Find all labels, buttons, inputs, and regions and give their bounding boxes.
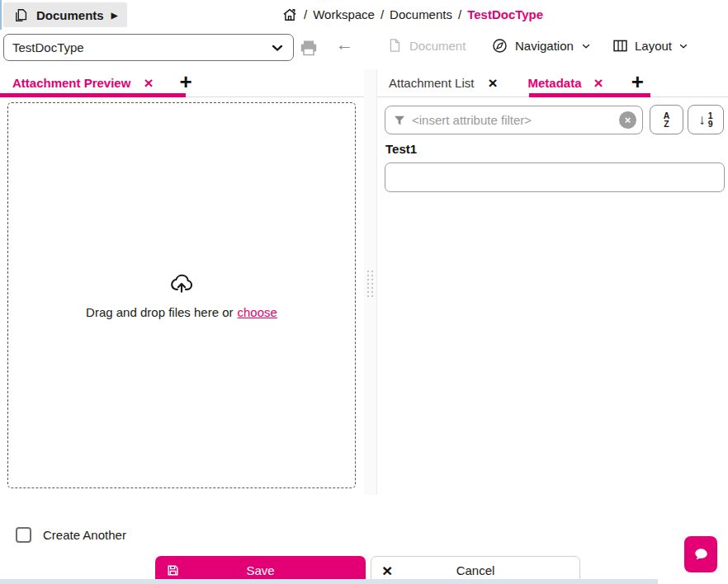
add-tab-button[interactable]: + [178,71,194,96]
document-button-label: Document [409,39,466,53]
field-test1-label: Test1 [385,142,417,156]
cancel-button-label: Cancel [456,563,495,577]
tab-attachment-list-label: Attachment List [389,76,474,90]
back-arrow-icon: ← [336,35,353,54]
navigation-menu-label: Navigation [515,39,574,53]
documents-menu-button[interactable]: Documents ▶ [3,2,127,27]
create-another-label: Create Another [43,528,126,542]
breadcrumb-item-workspace[interactable]: Workspace [313,7,375,21]
panel-divider [364,69,377,495]
compass-icon [491,37,508,54]
breadcrumb: / Workspace / Documents / TestDocType [281,0,543,29]
layout-menu-label: Layout [635,39,672,53]
home-icon[interactable] [281,7,298,23]
tab-metadata[interactable]: Metadata × [528,75,603,91]
save-button-label: Save [246,563,274,577]
tab-attachment-preview[interactable]: Attachment Preview × [12,75,154,91]
close-tab-icon[interactable]: × [144,75,153,91]
doctype-select[interactable]: TestDocType [3,34,294,61]
tab-metadata-label: Metadata [528,76,582,90]
cancel-x-icon: × [382,562,392,579]
printer-icon [299,38,319,58]
caret-right-icon: ▶ [111,11,118,20]
print-button[interactable] [299,38,319,58]
breadcrumb-item-documents[interactable]: Documents [390,7,452,21]
file-dropzone[interactable]: Drag and drop files here or choose [7,102,356,488]
upload-cloud-icon [167,271,196,298]
close-tab-icon[interactable]: × [594,75,603,91]
documents-menu-label: Documents [36,8,104,22]
breadcrumb-separator: / [304,7,307,21]
document-button[interactable]: Document [386,37,466,54]
create-another-checkbox[interactable] [16,527,31,543]
layout-columns-icon [612,37,629,54]
tab-attachment-preview-label: Attachment Preview [12,76,130,90]
sort-numeric-button[interactable]: ↓ 1 9 [688,105,724,134]
breadcrumb-separator: / [458,7,461,21]
breadcrumb-current: TestDocType [467,7,543,21]
dropzone-text: Drag and drop files here or choose [86,305,277,319]
sort-alphabetical-button[interactable]: A Z [650,105,683,134]
chat-bubble-icon [692,545,710,563]
attribute-filter-box: × [385,106,643,134]
filter-funnel-icon [393,114,406,127]
chevron-down-icon [580,40,592,52]
file-icon [386,37,403,54]
documents-copy-icon [13,7,29,23]
navigation-menu-button[interactable]: Navigation [491,37,592,54]
tab-attachment-list[interactable]: Attachment List × [389,75,498,91]
chevron-down-icon [269,40,286,56]
save-floppy-icon [166,563,180,577]
left-panel-tabbar: Attachment Preview × + [0,69,364,97]
doctype-select-value: TestDocType [12,40,84,54]
attribute-filter-input[interactable] [412,113,613,127]
breadcrumb-separator: / [381,7,384,21]
bottom-panel-edge [0,579,658,584]
active-tab-underline [0,93,186,97]
right-panel-tabbar: Attachment List × Metadata × + [377,69,728,97]
sort-az-icon: A Z [664,111,670,128]
back-button[interactable]: ← [336,35,353,54]
active-tab-underline [529,93,650,97]
divider-drag-handle[interactable] [367,271,374,297]
chevron-down-icon [678,40,689,52]
close-tab-icon[interactable]: × [488,75,497,91]
sort-19-icon: 1 9 [708,111,713,128]
dropzone-text-label: Drag and drop files here or [86,305,233,319]
sort-arrow-down-icon: ↓ [698,113,706,127]
window-edge-highlight [0,0,2,30]
layout-menu-button[interactable]: Layout [612,37,689,54]
choose-file-link[interactable]: choose [238,305,277,319]
add-tab-button[interactable]: + [630,71,645,96]
field-test1-input[interactable] [385,162,725,192]
app-window: Documents ▶ / Workspace / Documents / Te… [0,0,728,584]
chat-button[interactable] [684,536,717,572]
clear-filter-button[interactable]: × [619,111,636,129]
